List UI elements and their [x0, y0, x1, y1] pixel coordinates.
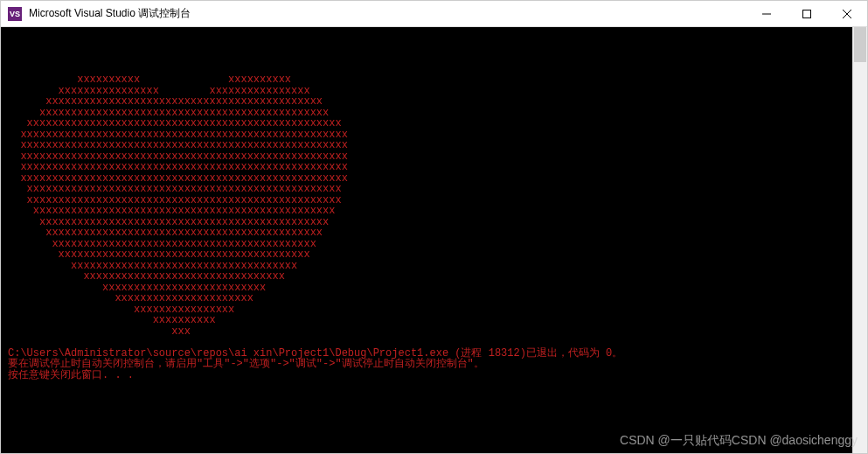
scrollbar-thumb[interactable]: [854, 27, 866, 62]
console-line: xxxxxxxxxxxxxxxxxxxxxxxxxxxxxxxxxxxxxxxx…: [8, 227, 845, 239]
minimize-button[interactable]: [746, 1, 787, 26]
close-button[interactable]: [827, 1, 867, 26]
console-line: xxxxxxxxxxxxxxxxxxxxxxxxxxxxxxxxxxxxxxxx…: [8, 118, 845, 129]
window-title: Microsoft Visual Studio 调试控制台: [29, 6, 746, 21]
console-line: xxxxxxxxxxxxxxxxxxxxxxxxxxxxxxxxxxxxxxxx: [8, 249, 845, 261]
console-line: [8, 42, 845, 53]
maximize-icon: [802, 10, 811, 18]
console-line: [8, 31, 845, 42]
console-line: xxxxxxxxxxxxxxxxxxxxxxxxxxxxxxxxxxxxxxxx…: [8, 96, 845, 108]
console-line: xxx: [8, 326, 845, 338]
console-output[interactable]: xxxxxxxxxx xxxxxxxxxx xxxxxxxxxxxxxxxx x…: [1, 27, 852, 453]
console-line: [8, 337, 845, 348]
console-window: VS Microsoft Visual Studio 调试控制台 xxxxxxx…: [0, 0, 868, 454]
window-controls: [746, 1, 867, 26]
console-line: xxxxxxxxxxxxxxxxxxxxxxxxxxxxxxxxxxxxxxxx…: [8, 206, 845, 217]
svg-rect-1: [803, 10, 811, 17]
console-line: xxxxxxxxxxxxxxxxxxxxxxxxxxxxxxxxxxxxxxxx…: [8, 184, 845, 195]
app-icon: VS: [8, 7, 22, 21]
console-area: xxxxxxxxxx xxxxxxxxxx xxxxxxxxxxxxxxxx x…: [1, 27, 867, 453]
console-line: xxxxxxxxxxxxxxxxxxxxxx: [8, 293, 845, 304]
console-line: [8, 52, 845, 64]
maximize-button[interactable]: [787, 1, 827, 26]
titlebar: VS Microsoft Visual Studio 调试控制台: [1, 1, 867, 27]
vertical-scrollbar[interactable]: [852, 27, 867, 453]
console-line: xxxxxxxxxxxxxxxxxxxxxxxxxxxxxxxx: [8, 271, 845, 283]
console-line: 按任意键关闭此窗口. . .: [8, 370, 845, 381]
minimize-icon: [762, 10, 771, 18]
console-line: 要在调试停止时自动关闭控制台，请启用"工具"->"选项"->"调试"->"调试停…: [8, 359, 845, 370]
console-line: xxxxxxxxxxxxxxxxxxxxxxxxxxxxxxxxxxxxxxxx…: [8, 140, 845, 151]
console-line: xxxxxxxxxx: [8, 315, 845, 326]
close-icon: [843, 10, 851, 18]
console-line: xxxxxxxxxx xxxxxxxxxx: [8, 74, 845, 86]
console-line: xxxxxxxxxxxxxxxxxxxxxxxxxxxxxxxxxxxxxxxx…: [8, 162, 845, 173]
